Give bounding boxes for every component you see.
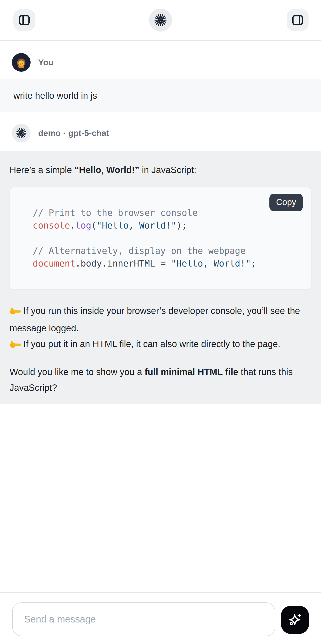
chat-scroll-area[interactable]: You write hello world in js demo · gpt- — [0, 53, 321, 404]
user-label: You — [38, 58, 53, 67]
message-input[interactable] — [12, 602, 275, 636]
code-content: // Print to the browser console console.… — [33, 206, 302, 270]
intro-pre: Here’s a simple — [9, 165, 74, 175]
user-turn-header: You — [0, 53, 321, 72]
top-bar — [0, 0, 321, 41]
user-message: write hello world in js — [0, 79, 321, 112]
tip-text: If you run this inside your browser’s de… — [9, 306, 300, 333]
code-token: log — [75, 220, 91, 231]
code-token: . — [70, 220, 75, 231]
assistant-avatar — [12, 124, 30, 142]
pointing-right-emoji — [9, 338, 21, 354]
tip-line: If you put it in an HTML file, it can al… — [9, 336, 312, 354]
code-token: document — [33, 258, 75, 269]
sparkle-icon — [287, 612, 303, 628]
tip-line: If you run this inside your browser’s de… — [9, 303, 312, 336]
user-message-text: write hello world in js — [13, 90, 97, 101]
panel-right-icon — [291, 14, 304, 26]
closing-pre: Would you like me to show you a — [9, 367, 144, 377]
tip-text: If you put it in an HTML file, it can al… — [23, 339, 280, 349]
code-token: .body.innerHTML — [75, 258, 155, 269]
panel-right-toggle-button[interactable] — [287, 9, 309, 31]
code-token: ( — [91, 220, 96, 231]
closing-bold: full minimal HTML file — [144, 367, 238, 377]
assistant-intro-paragraph: Here’s a simple “Hello, World!” in JavaS… — [9, 162, 312, 178]
composer — [0, 592, 321, 644]
code-comment-line: // Print to the browser console — [33, 208, 198, 218]
starburst-model-icon — [16, 128, 27, 139]
assistant-label: demo · gpt-5-chat — [38, 128, 109, 138]
code-token: ; — [251, 258, 256, 269]
code-token: "Hello, World!" — [96, 220, 176, 231]
copy-button[interactable]: Copy — [269, 194, 303, 211]
model-spinner-button[interactable] — [149, 8, 172, 32]
code-block: Copy // Print to the browser console con… — [9, 187, 312, 290]
pointing-right-emoji — [9, 304, 21, 320]
code-token: = — [155, 258, 171, 269]
sidebar-toggle-button[interactable] — [13, 9, 35, 31]
code-token: "Hello, World!" — [171, 258, 251, 269]
code-token: ); — [176, 220, 187, 231]
starburst-model-icon — [154, 14, 167, 26]
panel-left-icon — [18, 14, 30, 26]
assistant-turn-header: demo · gpt-5-chat — [0, 124, 321, 142]
intro-post: in JavaScript: — [139, 165, 196, 175]
user-avatar — [12, 53, 30, 72]
code-comment-line: // Alternatively, display on the webpage — [33, 246, 246, 256]
assistant-tips-paragraph: If you run this inside your browser’s de… — [9, 303, 312, 354]
assistant-closing-paragraph: Would you like me to show you a full min… — [9, 364, 312, 396]
person-emoji-icon — [15, 56, 27, 68]
assistant-message: Here’s a simple “Hello, World!” in JavaS… — [0, 151, 321, 404]
intro-bold: “Hello, World!” — [74, 165, 139, 175]
code-token: console — [33, 220, 70, 231]
send-button[interactable] — [281, 606, 309, 634]
